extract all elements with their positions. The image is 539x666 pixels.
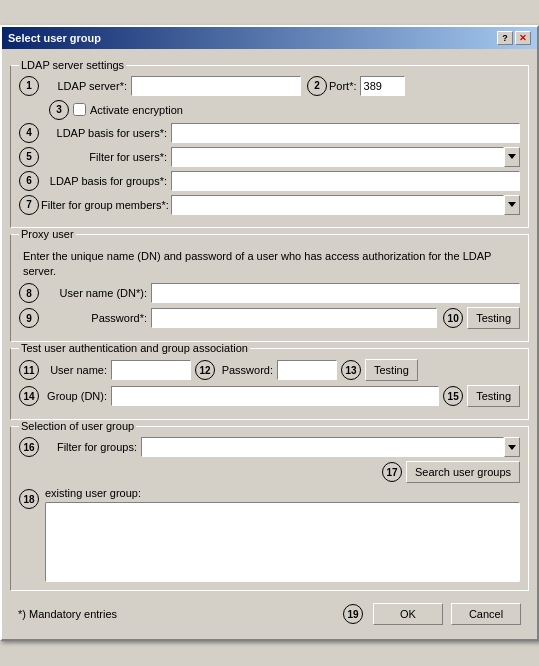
- group-dn-row: 14 Group (DN): 15 Testing: [19, 385, 520, 407]
- num-5: 5: [19, 147, 39, 167]
- filter-group-members-label: Filter for group members*:: [41, 199, 171, 211]
- ldap-basis-users-row: 4 LDAP basis for users*:: [19, 123, 520, 143]
- bottom-buttons: 19 OK Cancel: [343, 603, 521, 625]
- filter-groups-dropdown-btn[interactable]: [504, 437, 520, 457]
- dialog-title: Select user group: [8, 32, 101, 44]
- num-12: 12: [195, 360, 215, 380]
- ldap-settings-label: LDAP server settings: [19, 59, 126, 71]
- filter-groups-arrow-icon: [508, 445, 516, 450]
- password-row: 9 Password*: 10 Testing: [19, 307, 520, 329]
- test-password-label: Password:: [217, 364, 277, 376]
- num-11: 11: [19, 360, 39, 380]
- num-15: 15: [443, 386, 463, 406]
- proxy-user-label: Proxy user: [19, 228, 76, 240]
- filter-groups-input[interactable]: [141, 437, 504, 457]
- num-10: 10: [443, 308, 463, 328]
- user-group-selection-group: Selection of user group 16 Filter for gr…: [10, 426, 529, 591]
- filter-users-arrow-icon: [508, 154, 516, 159]
- filter-users-input[interactable]: [171, 147, 504, 167]
- user-name-dn-label: User name (DN*):: [41, 287, 151, 299]
- test-username-label: User name:: [41, 364, 111, 376]
- filter-group-members-row: 7 Filter for group members*:: [19, 195, 520, 215]
- title-bar: Select user group ? ✕: [2, 27, 537, 49]
- ldap-server-label: LDAP server*:: [41, 80, 131, 92]
- num-3: 3: [49, 100, 69, 120]
- num-7: 7: [19, 195, 39, 215]
- proxy-info-text: Enter the unique name (DN) and password …: [19, 249, 520, 280]
- existing-user-group-container: 18 existing user group:: [19, 487, 520, 582]
- search-user-groups-button[interactable]: Search user groups: [406, 461, 520, 483]
- ldap-basis-groups-input[interactable]: [171, 171, 520, 191]
- num-19: 19: [343, 604, 363, 624]
- filter-users-label: Filter for users*:: [41, 151, 171, 163]
- num-18: 18: [19, 489, 39, 509]
- num-16: 16: [19, 437, 39, 457]
- activate-encryption-checkbox[interactable]: [73, 103, 86, 116]
- num-4: 4: [19, 123, 39, 143]
- test-auth-group: Test user authentication and group assoc…: [10, 348, 529, 420]
- num-13: 13: [341, 360, 361, 380]
- num-6: 6: [19, 171, 39, 191]
- activate-encryption-label: Activate encryption: [90, 104, 183, 116]
- existing-group-label: existing user group:: [45, 487, 520, 499]
- select-user-group-dialog: Select user group ? ✕ LDAP server settin…: [0, 25, 539, 642]
- testing-3-button[interactable]: Testing: [467, 385, 520, 407]
- user-group-selection-label: Selection of user group: [19, 420, 136, 432]
- num-1: 1: [19, 76, 39, 96]
- user-name-dn-row: 8 User name (DN*):: [19, 283, 520, 303]
- ldap-basis-groups-label: LDAP basis for groups*:: [41, 175, 171, 187]
- filter-group-members-dropdown-btn[interactable]: [504, 195, 520, 215]
- num-14: 14: [19, 386, 39, 406]
- password-input[interactable]: [151, 308, 437, 328]
- port-input[interactable]: [360, 76, 405, 96]
- test-user-row: 11 User name: 12 Password: 13 Testing: [19, 359, 520, 381]
- num-2: 2: [307, 76, 327, 96]
- ldap-server-row: 1 LDAP server*: 2 Port*:: [19, 76, 520, 96]
- filter-users-row: 5 Filter for users*:: [19, 147, 520, 167]
- num-17: 17: [382, 462, 402, 482]
- filter-group-members-arrow-icon: [508, 202, 516, 207]
- test-auth-label: Test user authentication and group assoc…: [19, 342, 250, 354]
- ldap-server-input[interactable]: [131, 76, 301, 96]
- help-button[interactable]: ?: [497, 31, 513, 45]
- num-9: 9: [19, 308, 39, 328]
- search-groups-row: 17 Search user groups: [19, 461, 520, 483]
- filter-users-dropdown-btn[interactable]: [504, 147, 520, 167]
- num-8: 8: [19, 283, 39, 303]
- ok-button[interactable]: OK: [373, 603, 443, 625]
- encrypt-row: 3 Activate encryption: [49, 100, 520, 120]
- group-dn-label: Group (DN):: [41, 390, 111, 402]
- title-bar-buttons: ? ✕: [497, 31, 531, 45]
- port-label: Port*:: [329, 80, 360, 92]
- proxy-user-group: Proxy user Enter the unique name (DN) an…: [10, 234, 529, 343]
- testing-1-button[interactable]: Testing: [467, 307, 520, 329]
- password-label: Password*:: [41, 312, 151, 324]
- filter-group-members-input[interactable]: [171, 195, 504, 215]
- bottom-bar: *) Mandatory entries 19 OK Cancel: [10, 597, 529, 631]
- ldap-basis-groups-row: 6 LDAP basis for groups*:: [19, 171, 520, 191]
- user-name-dn-input[interactable]: [151, 283, 520, 303]
- test-username-input[interactable]: [111, 360, 191, 380]
- mandatory-note: *) Mandatory entries: [18, 608, 117, 620]
- dialog-body: LDAP server settings 1 LDAP server*: 2 P…: [2, 49, 537, 640]
- test-password-input[interactable]: [277, 360, 337, 380]
- existing-user-group-listbox[interactable]: [45, 502, 520, 582]
- filter-groups-row: 16 Filter for groups:: [19, 437, 520, 457]
- ldap-settings-group: LDAP server settings 1 LDAP server*: 2 P…: [10, 65, 529, 228]
- ldap-basis-users-input[interactable]: [171, 123, 520, 143]
- group-dn-input[interactable]: [111, 386, 439, 406]
- cancel-button[interactable]: Cancel: [451, 603, 521, 625]
- filter-groups-label: Filter for groups:: [41, 441, 141, 453]
- testing-2-button[interactable]: Testing: [365, 359, 418, 381]
- close-button[interactable]: ✕: [515, 31, 531, 45]
- ldap-basis-users-label: LDAP basis for users*:: [41, 127, 171, 139]
